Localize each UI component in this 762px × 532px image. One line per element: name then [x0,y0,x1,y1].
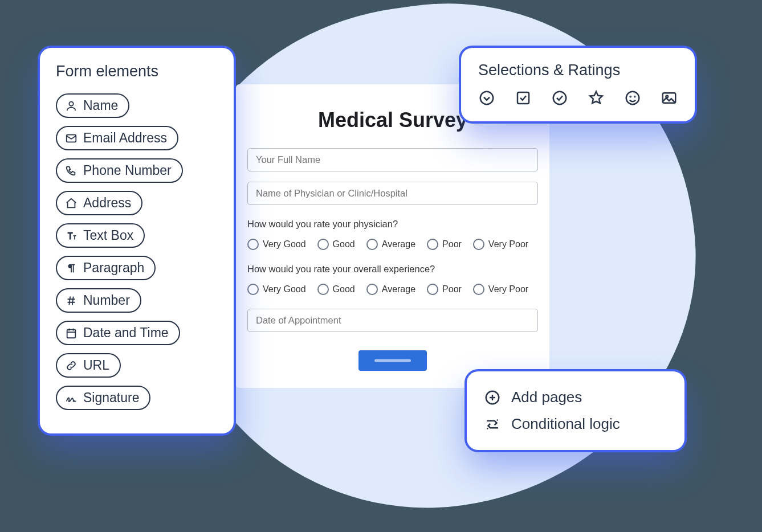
conditional-logic-label: Conditional logic [511,415,620,433]
image-picker-icon[interactable] [661,89,678,109]
dropdown-icon[interactable] [478,89,495,109]
physician-input[interactable] [247,182,538,205]
form-elements-title: Form elements [56,63,218,80]
radio-icon [247,284,259,295]
radio-label: Very Poor [488,239,528,249]
svg-point-8 [634,96,635,97]
radio-option[interactable]: Average [366,284,415,295]
star-icon[interactable] [588,89,605,109]
actions-panel: Add pages Conditional logic [467,371,684,450]
add-pages-button[interactable]: Add pages [484,384,667,411]
mail-icon [65,132,78,145]
element-address[interactable]: Address [56,191,142,215]
person-icon [65,100,78,112]
pill-label: Signature [83,391,139,404]
question-physician-rating: How would you rate your physician? [247,219,538,230]
pill-label: URL [83,359,109,372]
radio-label: Very Poor [488,284,528,294]
link-icon [65,359,78,372]
pill-label: Number [83,294,130,307]
radio-group-q1: Very Good Good Average Poor Very Poor [247,239,538,250]
pill-label: Address [83,197,131,210]
element-textbox[interactable]: Text Box [56,223,145,248]
pill-label: Paragraph [83,261,144,275]
radio-icon [473,284,484,295]
radio-icon [427,284,438,295]
element-signature[interactable]: Signature [56,386,150,410]
phone-icon [65,165,78,177]
hash-icon [65,294,78,307]
radio-label: Good [333,284,355,294]
element-datetime[interactable]: Date and Time [56,321,180,345]
pill-label: Email Address [83,132,167,145]
smiley-icon[interactable] [624,89,641,109]
plus-circle-icon [484,389,501,406]
checkbox-icon[interactable] [515,89,532,109]
pill-label: Phone Number [83,164,172,177]
element-number[interactable]: Number [56,288,141,313]
svg-point-7 [630,96,631,97]
radio-icon [317,284,329,295]
element-name[interactable]: Name [56,93,129,118]
pill-label: Name [83,99,118,112]
calendar-icon [65,327,78,339]
full-name-input[interactable] [247,148,538,171]
radio-label: Poor [442,284,462,294]
paragraph-icon [65,262,78,275]
radio-icon [317,239,329,250]
selections-ratings-panel: Selections & Ratings [461,48,695,121]
radio-option[interactable]: Good [317,284,355,295]
radio-group-q2: Very Good Good Average Poor Very Poor [247,284,538,295]
radio-circle-icon[interactable] [551,89,568,109]
home-icon [65,197,78,210]
radio-icon [247,239,259,250]
radio-label: Average [382,284,415,294]
svg-point-0 [69,101,73,105]
radio-option[interactable]: Very Poor [473,284,528,295]
radio-icon [427,239,438,250]
pill-label: Text Box [83,229,133,242]
svg-point-6 [626,92,639,105]
radio-option[interactable]: Poor [427,239,462,250]
conditional-logic-button[interactable]: Conditional logic [484,411,667,437]
element-phone[interactable]: Phone Number [56,158,183,183]
svg-point-13 [487,428,488,429]
radio-label: Poor [442,239,462,249]
svg-point-3 [480,92,494,105]
svg-rect-4 [517,92,529,104]
element-paragraph[interactable]: Paragraph [56,256,156,280]
radio-label: Very Good [263,284,306,294]
question-experience-rating: How would you rate your overall experien… [247,264,538,275]
svg-rect-2 [67,329,76,338]
radio-icon [473,239,484,250]
svg-point-5 [553,92,567,105]
svg-point-12 [497,419,499,421]
survey-preview: Medical Survey How would you rate your p… [236,84,549,388]
radio-option[interactable]: Good [317,239,355,250]
form-elements-panel: Form elements Name Email Address Phone N… [40,48,234,433]
radio-icon [366,284,378,295]
signature-icon [65,392,78,404]
radio-option[interactable]: Poor [427,284,462,295]
element-email[interactable]: Email Address [56,126,178,150]
radio-option[interactable]: Average [366,239,415,250]
submit-button[interactable] [358,350,427,371]
radio-label: Good [333,239,355,249]
radio-label: Average [382,239,415,249]
textbox-icon [65,230,78,242]
appointment-date-input[interactable] [247,309,538,332]
logic-flow-icon [484,416,501,433]
selections-ratings-title: Selections & Ratings [478,62,678,79]
element-url[interactable]: URL [56,353,121,378]
radio-option[interactable]: Very Poor [473,239,528,250]
radio-label: Very Good [263,239,306,249]
radio-option[interactable]: Very Good [247,284,306,295]
radio-option[interactable]: Very Good [247,239,306,250]
add-pages-label: Add pages [511,388,582,406]
pill-label: Date and Time [83,326,169,339]
radio-icon [366,239,378,250]
